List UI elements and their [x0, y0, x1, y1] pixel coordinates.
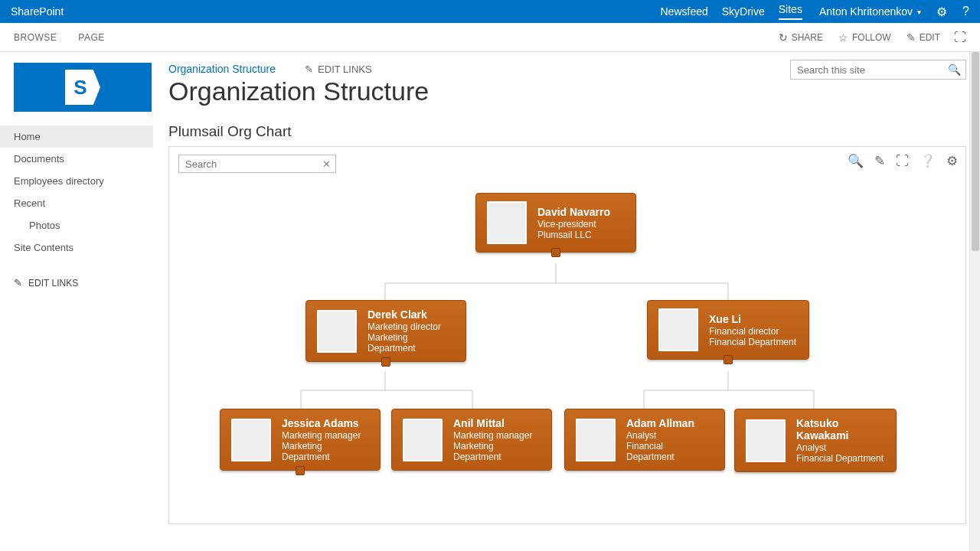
org-node[interactable]: Katsuko Kawakami Analyst Financial Depar… — [734, 409, 897, 472]
org-node-dept: Marketing Department — [368, 332, 455, 354]
expand-handle[interactable] — [551, 248, 560, 257]
suite-link-skydrive[interactable]: SkyDrive — [722, 5, 765, 18]
avatar — [231, 419, 271, 461]
org-node[interactable]: Anil Mittal Marketing manager Marketing … — [391, 409, 552, 471]
help-icon[interactable]: ? — [962, 5, 969, 18]
page-scrollbar[interactable] — [969, 52, 980, 551]
ribbon-follow-label: FOLLOW — [852, 32, 891, 43]
site-search-input[interactable] — [795, 64, 948, 77]
site-search-box[interactable]: 🔍 — [790, 60, 966, 80]
main-area: S Home Documents Employees directory Rec… — [0, 52, 980, 551]
avatar — [746, 419, 786, 462]
page-title: Organization Structure — [168, 77, 966, 106]
org-node-title: Marketing manager — [453, 430, 541, 441]
focus-icon[interactable]: ⛶ — [954, 31, 966, 44]
org-node-dept: Plumsail LLC — [537, 230, 610, 240]
ribbon-share-label: SHARE — [792, 32, 823, 43]
nav-edit-links[interactable]: ✎ EDIT LINKS — [0, 272, 153, 293]
org-node-info: David Navarro Vice-president Plumsail LL… — [537, 206, 610, 240]
avatar — [403, 419, 443, 461]
ribbon-edit-button[interactable]: ✎ EDIT — [906, 31, 940, 44]
expand-handle[interactable] — [724, 355, 733, 364]
org-node-title: Analyst — [626, 430, 714, 441]
org-node-dept: Marketing Department — [282, 441, 369, 462]
topnav-edit-links-label: EDIT LINKS — [318, 64, 372, 75]
webpart-title: Plumsail Org Chart — [168, 123, 966, 140]
org-node-info: Katsuko Kawakami Analyst Financial Depar… — [796, 417, 885, 464]
org-node-name: Derek Clark — [368, 308, 455, 321]
org-node-name: Anil Mittal — [453, 417, 541, 429]
org-node-info: Xue Li Financial director Financial Depa… — [709, 313, 796, 347]
avatar — [487, 201, 527, 244]
pencil-icon: ✎ — [14, 277, 22, 289]
org-node-dept: Financial Department — [626, 441, 714, 462]
ribbon-tab-browse[interactable]: BROWSE — [14, 32, 57, 43]
org-node-dept: Marketing Department — [453, 441, 541, 462]
nav-site-contents[interactable]: Site Contents — [0, 236, 153, 259]
gear-icon[interactable]: ⚙ — [936, 5, 947, 19]
org-node-title: Vice-president — [537, 219, 610, 230]
suite-user-menu[interactable]: Anton Khritonenkov ▾ — [819, 5, 921, 18]
scrollbar-thumb[interactable] — [972, 52, 979, 251]
org-node-info: Anil Mittal Marketing manager Marketing … — [453, 417, 541, 462]
org-node-title: Financial director — [709, 326, 796, 337]
left-column: S Home Documents Employees directory Rec… — [0, 52, 153, 551]
suite-brand: SharePoint — [11, 5, 64, 18]
nav-home[interactable]: Home — [0, 126, 153, 148]
suite-bar: SharePoint Newsfeed SkyDrive Sites Anton… — [0, 0, 980, 23]
topnav-edit-links[interactable]: ✎ EDIT LINKS — [305, 64, 372, 75]
avatar — [658, 308, 698, 351]
caret-down-icon: ▾ — [917, 8, 921, 16]
star-icon: ☆ — [838, 31, 848, 44]
pencil-icon: ✎ — [906, 31, 916, 44]
org-node-info: Adam Allman Analyst Financial Department — [626, 417, 714, 462]
ribbon-follow-button[interactable]: ☆ FOLLOW — [838, 31, 891, 44]
search-icon[interactable]: 🔍 — [948, 64, 961, 76]
nav-documents[interactable]: Documents — [0, 148, 153, 170]
nav-recent[interactable]: Recent — [0, 192, 153, 214]
org-chart-canvas[interactable]: David Navarro Vice-president Plumsail LL… — [169, 147, 965, 523]
avatar — [576, 419, 616, 461]
org-node-title: Analyst — [796, 442, 885, 453]
nav-photos[interactable]: Photos — [0, 214, 153, 236]
share-icon: ↻ — [779, 31, 788, 44]
org-node-title: Marketing director — [368, 321, 455, 332]
org-node-name: Jessica Adams — [282, 417, 369, 429]
content-area: 🔍 Organization Structure ✎ EDIT LINKS Or… — [153, 52, 980, 551]
org-node[interactable]: Xue Li Financial director Financial Depa… — [647, 300, 809, 360]
org-node-dept: Financial Department — [709, 337, 796, 347]
ribbon-share-button[interactable]: ↻ SHARE — [779, 31, 823, 44]
avatar — [317, 310, 357, 353]
expand-handle[interactable] — [381, 357, 390, 367]
suite-user-name: Anton Khritonenkov — [819, 5, 913, 18]
breadcrumb[interactable]: Organization Structure — [168, 63, 276, 75]
site-logo[interactable]: S — [14, 63, 152, 112]
org-node-dept: Financial Department — [796, 453, 885, 464]
org-node[interactable]: Derek Clark Marketing director Marketing… — [305, 300, 466, 362]
org-node[interactable]: Jessica Adams Marketing manager Marketin… — [220, 409, 381, 471]
ribbon-edit-label: EDIT — [920, 32, 940, 43]
org-chart-frame: ✕ 🔍 ✎ ⛶ ❔ ⚙ — [168, 146, 966, 524]
org-node-name: Xue Li — [709, 313, 796, 325]
org-node-info: Derek Clark Marketing director Marketing… — [368, 308, 455, 354]
org-node-name: Katsuko Kawakami — [796, 417, 885, 442]
nav-edit-links-label: EDIT LINKS — [28, 278, 78, 289]
org-node-name: David Navarro — [537, 206, 610, 218]
nav-employees-directory[interactable]: Employees directory — [0, 170, 153, 192]
ribbon-tab-page[interactable]: PAGE — [78, 32, 104, 43]
org-node[interactable]: Adam Allman Analyst Financial Department — [564, 409, 725, 471]
org-node-info: Jessica Adams Marketing manager Marketin… — [282, 417, 369, 462]
quick-launch-nav: Home Documents Employees directory Recen… — [0, 126, 153, 259]
org-node-name: Adam Allman — [626, 417, 714, 429]
pencil-icon: ✎ — [305, 64, 313, 75]
org-node-title: Marketing manager — [282, 430, 369, 441]
sharepoint-logo-icon: S — [65, 70, 100, 105]
ribbon-bar: BROWSE PAGE ↻ SHARE ☆ FOLLOW ✎ EDIT ⛶ — [0, 23, 980, 52]
expand-handle[interactable] — [296, 466, 305, 475]
org-node-root[interactable]: David Navarro Vice-president Plumsail LL… — [475, 193, 636, 253]
suite-link-sites[interactable]: Sites — [779, 3, 802, 20]
suite-link-newsfeed[interactable]: Newsfeed — [660, 5, 707, 18]
